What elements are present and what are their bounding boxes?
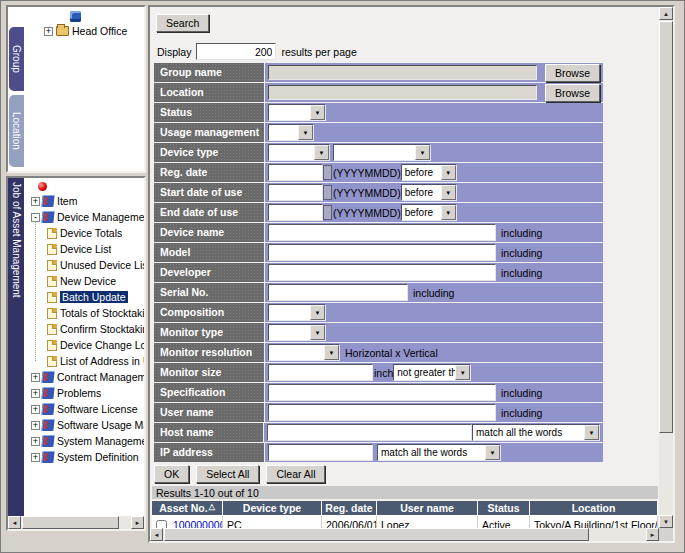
model-input[interactable] xyxy=(268,244,496,261)
reg-date-input[interactable] xyxy=(268,164,323,181)
nav-item-confirm-stocktaking[interactable]: Confirm Stocktaking D xyxy=(24,321,144,337)
nav-item-totals-of-stocktaking[interactable]: Totals of Stocktaking-U xyxy=(24,305,144,321)
scroll-up-button[interactable]: ▲ xyxy=(659,7,673,20)
device-type-select[interactable]: ▼ xyxy=(268,144,330,161)
nav-item-system-management[interactable]: + System Management xyxy=(24,433,144,449)
field-label: User name xyxy=(154,403,264,422)
chevron-down-icon[interactable]: ▼ xyxy=(455,365,470,380)
column-header-status[interactable]: Status xyxy=(478,501,530,515)
column-header-device-type[interactable]: Device type xyxy=(223,501,322,515)
chevron-down-icon[interactable]: ▼ xyxy=(485,445,500,460)
composition-select[interactable]: ▼ xyxy=(268,304,326,321)
nav-item-contract-management[interactable]: + Contract Management xyxy=(24,369,144,385)
scroll-right-button[interactable]: ► xyxy=(646,528,659,541)
ok-button[interactable]: OK xyxy=(154,465,189,483)
expander-plus-icon[interactable]: + xyxy=(31,437,40,446)
results-per-page-input[interactable] xyxy=(196,43,276,60)
field-value-cell: match all the words ▼ xyxy=(264,423,603,442)
end-date-input[interactable] xyxy=(268,204,323,221)
chevron-down-icon[interactable]: ▼ xyxy=(310,305,325,320)
nav-item-list-of-address-in-use[interactable]: List of Address in Use xyxy=(24,353,144,369)
browse-button[interactable]: Browse xyxy=(545,84,600,102)
expander-plus-icon[interactable]: + xyxy=(31,373,40,382)
ip-address-input[interactable] xyxy=(268,444,373,461)
status-select[interactable]: ▼ xyxy=(268,104,326,121)
clear-all-button[interactable]: Clear All xyxy=(266,465,325,483)
device-subtype-select[interactable]: ▼ xyxy=(333,144,431,161)
chevron-down-icon[interactable]: ▼ xyxy=(441,205,456,220)
nav-horizontal-scrollbar[interactable]: ◄ ► xyxy=(8,516,144,529)
chevron-down-icon[interactable]: ▼ xyxy=(310,105,325,120)
chevron-down-icon[interactable]: ▼ xyxy=(298,125,313,140)
reg-date-compare-select[interactable]: before ▼ xyxy=(401,164,457,181)
nav-item-device-list[interactable]: Device List xyxy=(24,241,144,257)
monitor-resolution-select[interactable]: ▼ xyxy=(268,344,340,361)
tree-node-head-office[interactable]: + Head Office xyxy=(26,25,127,37)
expander-plus-icon[interactable]: + xyxy=(31,453,40,462)
monitor-size-compare-select[interactable]: not greater than ▼ xyxy=(393,364,471,381)
start-date-compare-select[interactable]: before ▼ xyxy=(401,184,457,201)
host-name-match-select[interactable]: match all the words ▼ xyxy=(472,424,600,441)
date-picker-button[interactable] xyxy=(323,185,332,200)
book-icon xyxy=(41,451,54,463)
specification-input[interactable] xyxy=(268,384,496,401)
expander-plus-icon[interactable]: + xyxy=(31,405,40,414)
end-date-compare-select[interactable]: before ▼ xyxy=(401,204,457,221)
chevron-down-icon[interactable]: ▼ xyxy=(324,345,339,360)
host-name-input[interactable] xyxy=(267,424,472,441)
chevron-down-icon[interactable]: ▼ xyxy=(415,145,430,160)
nav-item-device-totals[interactable]: Device Totals xyxy=(24,225,144,241)
scroll-left-button[interactable]: ◄ xyxy=(150,528,163,541)
expander-plus-icon[interactable]: + xyxy=(44,27,53,36)
nav-item-software-usage-management[interactable]: + Software Usage Managem xyxy=(24,417,144,433)
date-picker-button[interactable] xyxy=(323,205,332,220)
monitor-type-select[interactable]: ▼ xyxy=(268,324,326,341)
chevron-down-icon[interactable]: ▼ xyxy=(441,185,456,200)
search-button[interactable]: Search xyxy=(156,14,209,32)
expander-plus-icon[interactable]: + xyxy=(31,197,40,206)
start-date-input[interactable] xyxy=(268,184,323,201)
column-header-asset-no[interactable]: Asset No.△ xyxy=(152,501,223,515)
chevron-down-icon[interactable]: ▼ xyxy=(310,325,325,340)
nav-item-item[interactable]: + Item xyxy=(24,193,144,209)
vertical-scrollbar[interactable]: ▲ ▼ xyxy=(659,7,673,528)
horizontal-scrollbar[interactable]: ◄ ► xyxy=(150,528,659,541)
display-label: Display xyxy=(157,46,191,58)
tab-location[interactable]: Location xyxy=(9,95,24,167)
nav-item-system-definition[interactable]: + System Definition xyxy=(24,449,144,465)
nav-item-unused-device-list[interactable]: Unused Device List xyxy=(24,257,144,273)
scroll-right-button[interactable]: ► xyxy=(131,516,144,529)
nav-item-software-license[interactable]: + Software License xyxy=(24,401,144,417)
user-name-input[interactable] xyxy=(268,404,496,421)
scrollbar-thumb[interactable] xyxy=(22,516,119,529)
scrollbar-thumb[interactable] xyxy=(164,528,589,541)
monitor-size-input[interactable] xyxy=(268,364,373,381)
nav-item-device-change-log[interactable]: Device Change Log xyxy=(24,337,144,353)
column-header-location[interactable]: Location xyxy=(530,501,658,515)
scroll-left-button[interactable]: ◄ xyxy=(8,516,21,529)
nav-item-batch-update[interactable]: Batch Update xyxy=(24,289,144,305)
scrollbar-thumb[interactable] xyxy=(659,21,673,433)
scroll-down-button[interactable]: ▼ xyxy=(659,515,673,528)
expander-plus-icon[interactable]: + xyxy=(31,389,40,398)
tab-group[interactable]: Group xyxy=(9,27,24,91)
column-header-reg-date[interactable]: Reg. date xyxy=(322,501,377,515)
browse-button[interactable]: Browse xyxy=(545,64,600,82)
serial-no-input[interactable] xyxy=(268,284,408,301)
usage-management-select[interactable]: ▼ xyxy=(268,124,314,141)
match-mode-label: including xyxy=(501,407,542,419)
device-name-input[interactable] xyxy=(268,224,496,241)
date-picker-button[interactable] xyxy=(323,165,332,180)
nav-item-new-device[interactable]: New Device xyxy=(24,273,144,289)
expander-plus-icon[interactable]: + xyxy=(31,421,40,430)
select-all-button[interactable]: Select All xyxy=(196,465,259,483)
chevron-down-icon[interactable]: ▼ xyxy=(441,165,456,180)
chevron-down-icon[interactable]: ▼ xyxy=(314,145,329,160)
field-value-cell: Browse xyxy=(265,63,603,82)
nav-item-problems[interactable]: + Problems xyxy=(24,385,144,401)
column-header-user-name[interactable]: User name xyxy=(377,501,478,515)
ip-address-match-select[interactable]: match all the words ▼ xyxy=(377,444,501,461)
nav-item-device-management[interactable]: - Device Management xyxy=(24,209,144,225)
chevron-down-icon[interactable]: ▼ xyxy=(584,425,599,440)
developer-input[interactable] xyxy=(268,264,496,281)
